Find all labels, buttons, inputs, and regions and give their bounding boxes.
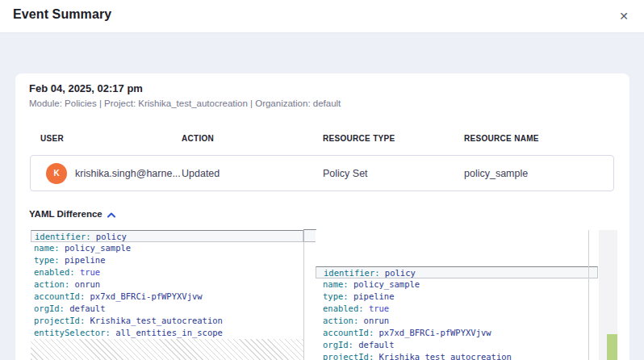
yaml-line: action: onrun bbox=[316, 315, 598, 327]
yaml-line: orgId: default bbox=[316, 339, 598, 351]
table-row: K krishika.singh@harne... Updated Policy… bbox=[30, 155, 614, 191]
yaml-line: type: pipeline bbox=[31, 254, 303, 266]
yaml-difference-toggle[interactable]: YAML Difference bbox=[29, 207, 115, 221]
yaml-line: name: policy_sample bbox=[316, 278, 598, 291]
yaml-line: accountId: px7xd_BFRCi-pfWPYXVjvw bbox=[316, 327, 598, 339]
yaml-line: projectId: Krishika_test_autocreation bbox=[31, 315, 303, 327]
resource-name-cell: policy_sample bbox=[464, 168, 613, 179]
yaml-line: projectId: Krishika_test_autocreation bbox=[316, 351, 598, 360]
action-cell: Updated bbox=[182, 168, 323, 179]
yaml-line: enabled: true bbox=[31, 266, 303, 278]
yaml-line: identifier: policy bbox=[316, 266, 598, 278]
yaml-diff-view: identifier: policyname: policy_sampletyp… bbox=[15, 230, 629, 360]
resource-type-cell: Policy Set bbox=[323, 168, 464, 179]
event-context: Module: Policies | Project: Krishika_tes… bbox=[29, 98, 341, 108]
yaml-line: orgId: default bbox=[31, 303, 303, 315]
column-header: USER bbox=[40, 134, 182, 143]
column-header: ACTION bbox=[182, 134, 323, 143]
right-pane-scrollbar-track bbox=[588, 230, 589, 360]
user-email: krishika.singh@harne... bbox=[75, 168, 181, 179]
yaml-line: type: pipeline bbox=[316, 291, 598, 303]
yaml-difference-label: YAML Difference bbox=[29, 209, 102, 219]
event-card: Feb 04, 2025, 02:17 pm Module: Policies … bbox=[15, 73, 629, 360]
yaml-line: action: onrun bbox=[31, 278, 303, 291]
yaml-line: name: policy_sample bbox=[31, 242, 303, 254]
diff-pane-divider bbox=[303, 230, 304, 360]
modal-header: Event Summary ✕ bbox=[0, 0, 644, 33]
table-header: USERACTIONRESOURCE TYPERESOURCE NAME bbox=[40, 134, 615, 143]
event-timestamp: Feb 04, 2025, 02:17 pm bbox=[29, 82, 143, 94]
avatar: K bbox=[46, 163, 67, 184]
yaml-line: identifier: policy bbox=[31, 230, 303, 242]
column-header: RESOURCE NAME bbox=[464, 134, 615, 143]
diff-inserted-marker bbox=[607, 334, 617, 360]
diff-missing-lines-hatch bbox=[31, 339, 303, 360]
chevron-up-icon bbox=[107, 207, 115, 221]
yaml-line: entitySelector: all_entities_in_scope bbox=[31, 327, 303, 339]
yaml-line: enabled: true bbox=[316, 303, 598, 315]
event-summary-modal: Event Summary ✕ Feb 04, 2025, 02:17 pm M… bbox=[0, 0, 644, 360]
close-icon[interactable]: ✕ bbox=[615, 7, 633, 25]
column-header: RESOURCE TYPE bbox=[323, 134, 464, 143]
yaml-line: accountId: px7xd_BFRCi-pfWPYXVjvw bbox=[31, 291, 303, 303]
diff-overview-ruler[interactable] bbox=[599, 230, 617, 360]
user-cell: K krishika.singh@harne... bbox=[46, 163, 182, 184]
modal-body: Feb 04, 2025, 02:17 pm Module: Policies … bbox=[0, 33, 644, 360]
diff-divider-first-line-box bbox=[303, 229, 316, 242]
yaml-diff-right-pane[interactable]: identifier: policyname: policy_sampletyp… bbox=[316, 230, 598, 360]
page-title: Event Summary bbox=[13, 7, 111, 22]
yaml-diff-left-pane[interactable]: identifier: policyname: policy_sampletyp… bbox=[31, 230, 303, 360]
